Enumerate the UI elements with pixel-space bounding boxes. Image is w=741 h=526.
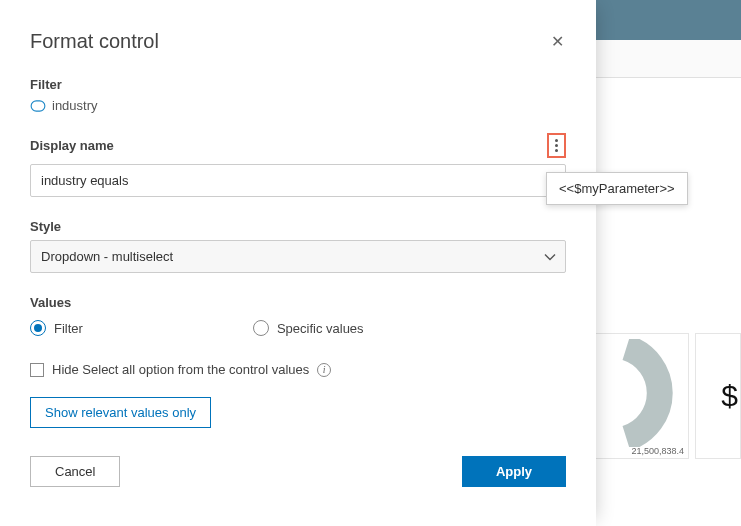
- panel-title: Format control: [30, 30, 159, 53]
- svg-rect-0: [31, 100, 45, 110]
- parameter-tooltip-text: <<$myParameter>>: [559, 181, 675, 196]
- radio-label-specific: Specific values: [277, 321, 364, 336]
- panel-footer: Cancel Apply: [30, 456, 566, 487]
- background-chart-card: 21,500,838.4: [595, 333, 689, 459]
- format-control-panel: Format control ✕ Filter industry Display…: [0, 0, 596, 526]
- parameter-tooltip[interactable]: <<$myParameter>>: [546, 172, 688, 205]
- field-pill-icon: [30, 100, 46, 112]
- currency-symbol: $: [721, 379, 738, 413]
- display-name-input[interactable]: [30, 164, 566, 197]
- display-name-options-button[interactable]: [547, 133, 566, 158]
- background-kpi-card: $: [695, 333, 741, 459]
- chart-value-label: 21,500,838.4: [631, 446, 684, 456]
- panel-header: Format control ✕: [30, 30, 566, 53]
- style-select[interactable]: Dropdown - multiselect: [30, 240, 566, 273]
- values-section-label: Values: [30, 295, 566, 310]
- style-section-label: Style: [30, 219, 566, 234]
- apply-button[interactable]: Apply: [462, 456, 566, 487]
- filter-section-label: Filter: [30, 77, 566, 92]
- display-name-label: Display name: [30, 138, 114, 153]
- values-radio-specific[interactable]: Specific values: [253, 320, 364, 336]
- kebab-icon: [555, 139, 558, 152]
- donut-chart-icon: [608, 339, 688, 447]
- radio-label-filter: Filter: [54, 321, 83, 336]
- close-icon[interactable]: ✕: [549, 32, 566, 52]
- hide-select-all-label: Hide Select all option from the control …: [52, 362, 309, 377]
- filter-field-name: industry: [52, 98, 98, 113]
- show-relevant-values-button[interactable]: Show relevant values only: [30, 397, 211, 428]
- hide-select-all-checkbox[interactable]: [30, 363, 44, 377]
- filter-chip: industry: [30, 98, 566, 113]
- cancel-button[interactable]: Cancel: [30, 456, 120, 487]
- info-icon[interactable]: i: [317, 363, 331, 377]
- values-radio-filter[interactable]: Filter: [30, 320, 83, 336]
